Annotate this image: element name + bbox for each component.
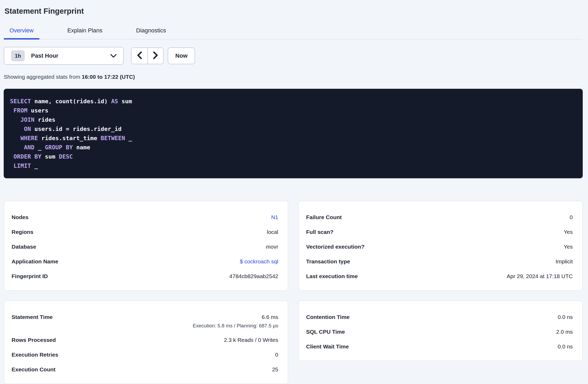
sql-text [10,153,13,160]
sql-line: ORDER BY sum DESC [10,152,576,161]
kv-label: Fingerprint ID [12,273,54,280]
kv-value: 0 [570,214,573,221]
aggregation-note-prefix: Showing aggregated stats from [4,74,82,80]
execution-details-card: Failure Count 0 Full scan? Yes Vectorize… [298,201,583,291]
sql-keyword: GROUP BY [45,144,73,151]
previous-time-button[interactable] [132,48,147,64]
sql-text [10,135,21,141]
time-range-dropdown[interactable]: 1h Past Hour [4,47,124,65]
nodes-link[interactable]: N1 [271,214,278,221]
table-row: Nodes N1 [12,214,278,221]
sql-line: SELECT name, count(rides.id) AS sum [10,97,576,106]
kv-label: Contention Time [306,314,356,321]
tab-diagnostics[interactable]: Diagnostics [130,25,172,39]
sql-text: users.id = rides.rider_id [31,126,121,132]
kv-label: Execution Retries [12,351,64,358]
table-row: SQL CPU Time 2.0 ms [306,328,573,335]
kv-label: SQL CPU Time [306,328,351,335]
kv-value: 2.0 ms [556,328,573,335]
kv-value: Implicit [556,258,573,265]
summary-cards-row-2: Statement Time 6.6 ms Execution: 5.8 ms … [4,301,583,384]
kv-label: Full scan? [306,229,340,235]
time-pager [131,47,164,64]
page-title: Statement Fingerprint [4,7,583,16]
sql-text: _ [34,144,45,151]
table-row: Last execution time Apr 29, 2024 at 17:1… [306,273,573,280]
sql-line: ON users.id = rides.rider_id [10,124,576,134]
sql-keyword: AS [111,98,118,105]
sql-text [10,107,13,114]
time-interval-badge: 1h [11,50,25,61]
kv-label: Database [12,243,42,250]
statement-times-card: Statement Time 6.6 ms Execution: 5.8 ms … [4,301,288,384]
aggregation-note: Showing aggregated stats from 16:00 to 1… [4,74,583,80]
kv-value: Yes [564,229,573,235]
statement-time-breakdown: Execution: 5.8 ms / Planning: 687.5 µs [193,323,278,329]
sql-keyword: ORDER BY [13,153,41,160]
time-toolbar: 1h Past Hour Now [4,47,583,65]
time-range-label: Past Hour [31,52,58,59]
sql-text [10,163,13,169]
statement-time-value: 6.6 ms [262,314,278,321]
kv-value: 0.0 ns [558,343,573,350]
sql-line: FROM users [10,106,576,115]
kv-value: local [267,229,278,235]
kv-value: 25 [272,366,278,373]
sql-line: JOIN rides [10,115,576,124]
last-execution-time-value: Apr 29, 2024 at 17:18 UTC [507,273,573,280]
sql-keyword: DESC [59,153,73,160]
sql-text: sum [41,153,59,160]
sql-text: name, count(rides.id) [31,98,111,105]
sql-text: users [27,107,48,114]
kv-label: Regions [12,229,40,235]
kv-value: 0 [275,351,278,358]
kv-label: Failure Count [306,214,348,221]
statement-fingerprint-page: Statement Fingerprint Overview Explain P… [0,0,588,384]
chevron-right-icon [153,51,158,61]
kv-label: Rows Processed [12,337,62,343]
kv-value: movr [266,243,278,250]
sql-keyword: ON [24,126,31,132]
table-row: Application Name $ cockroach sql [12,258,278,265]
chevron-left-icon [137,51,142,61]
kv-label: Nodes [12,214,35,221]
kv-label: Application Name [12,258,64,265]
table-row: Rows Processed 2.3 k Reads / 0 Writes [12,337,278,343]
kv-label: Last execution time [306,273,364,280]
table-row: Contention Time 0.0 ns [306,314,573,321]
sql-keyword: LIMIT [13,163,31,169]
application-name-link[interactable]: $ cockroach sql [240,258,278,265]
sql-text: sum [118,98,132,105]
kv-value: 2.3 k Reads / 0 Writes [224,337,278,343]
sql-text: rides.start_time [38,135,101,141]
next-time-button[interactable] [147,48,163,64]
sql-keyword: JOIN [21,116,34,123]
tab-explain-plans[interactable]: Explain Plans [62,25,108,39]
sql-text [10,144,24,151]
kv-label: Transaction type [306,258,356,265]
statement-details-card: Nodes N1 Regions local Database movr App… [4,201,288,291]
now-button[interactable]: Now [168,47,195,64]
sql-text: rides [34,116,55,123]
sql-text: _ [125,135,132,141]
kv-value: Yes [564,243,573,250]
wait-times-card: Contention Time 0.0 ns SQL CPU Time 2.0 … [298,301,583,361]
sql-keyword: WHERE [21,135,38,141]
kv-value: 0.0 ns [558,314,573,321]
table-row: Transaction type Implicit [306,258,573,265]
tab-overview[interactable]: Overview [4,25,39,39]
kv-label: Statement Time [12,314,59,321]
sql-keyword: AND [24,144,34,151]
table-row: Failure Count 0 [306,214,573,221]
sql-keyword: SELECT [10,98,31,105]
table-row: Database movr [12,243,278,250]
table-row: Full scan? Yes [306,229,573,235]
tab-bar: Overview Explain Plans Diagnostics [4,25,583,40]
sql-keyword: BETWEEN [101,135,125,141]
table-row: Statement Time 6.6 ms Execution: 5.8 ms … [12,314,278,329]
kv-label: Client Wait Time [306,343,355,350]
sql-line: LIMIT _ [10,161,576,170]
table-row: Fingerprint ID 4784cb829aab2542 [12,273,278,280]
table-row: Client Wait Time 0.0 ns [306,343,573,350]
chevron-down-icon [110,53,117,58]
